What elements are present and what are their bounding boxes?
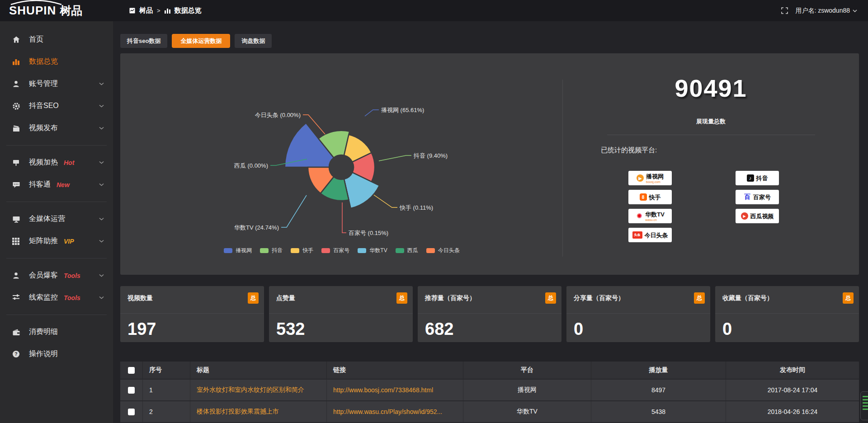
stat-value: 682 bbox=[425, 320, 453, 339]
label-leader-line bbox=[379, 155, 411, 161]
legend-label: 播视网 bbox=[236, 247, 252, 254]
sidebar-item-doketong[interactable]: 抖客通 New bbox=[0, 174, 113, 196]
platforms-title: 已统计的视频平台: bbox=[601, 146, 859, 155]
impressions-total-value: 90491 bbox=[563, 74, 859, 102]
sidebar-item-lead-monitor[interactable]: 线索监控 Tools bbox=[0, 287, 113, 309]
row-no: 1 bbox=[149, 386, 153, 394]
total-badge[interactable]: 总 bbox=[843, 292, 854, 304]
legend-item[interactable]: 百家号 bbox=[321, 247, 349, 254]
chevron-down-icon bbox=[99, 240, 104, 243]
stat-card-likes: 点赞量 总 532 bbox=[269, 286, 413, 342]
platform-badge-douyin[interactable]: ♪ 抖音 bbox=[736, 171, 779, 185]
row-no: 2 bbox=[149, 408, 153, 415]
row-url-link[interactable]: http://www.boosj.com/7338468.html bbox=[333, 386, 433, 394]
pie-label: 百家号 (0.15%) bbox=[349, 230, 388, 236]
video-publish-icon bbox=[12, 125, 21, 132]
sidebar-item-video-heat[interactable]: 视频加热 Hot bbox=[0, 151, 113, 174]
sidebar: 首页 数据总览 账号管理 抖音SEO 视频发布 视频加热 Hot bbox=[0, 21, 113, 423]
wasu-icon: ✺ bbox=[636, 212, 643, 220]
legend-item[interactable]: 华数TV bbox=[358, 247, 387, 254]
fullscreen-icon[interactable] bbox=[781, 7, 788, 14]
chevron-down-icon bbox=[99, 161, 104, 164]
row-title-link[interactable]: 楼体投影灯投影效果震撼上市 bbox=[197, 408, 279, 416]
tools-tag: Tools bbox=[64, 272, 80, 279]
gear-icon bbox=[12, 102, 21, 110]
platform-badge-baijiahao[interactable]: 百 百家号 bbox=[736, 190, 779, 204]
sidebar-item-account[interactable]: 账号管理 bbox=[0, 73, 113, 95]
sidebar-item-douyin-seo[interactable]: 抖音SEO bbox=[0, 95, 113, 117]
tab-douyin-seo-data[interactable]: 抖音seo数据 bbox=[120, 34, 167, 48]
dashboard-page: SHUPIN 树品 树品 > 数据总览 用户名: zswodun88 首页 数 bbox=[0, 0, 868, 423]
platform-badge-toutiao[interactable]: 头条 今日头条 bbox=[628, 228, 672, 242]
sidebar-item-video-publish[interactable]: 视频发布 bbox=[0, 117, 113, 139]
sidebar-item-omnimedia[interactable]: 全媒体运营 bbox=[0, 208, 113, 230]
total-badge[interactable]: 总 bbox=[396, 292, 407, 304]
legend-swatch bbox=[321, 248, 330, 253]
row-checkbox[interactable] bbox=[128, 387, 135, 394]
legend-item[interactable]: 播视网 bbox=[224, 247, 252, 254]
sidebar-item-member-burst[interactable]: 会员爆客 Tools bbox=[0, 264, 113, 287]
stat-value: 0 bbox=[574, 320, 583, 339]
panel-rule bbox=[607, 135, 815, 135]
sidebar-item-home[interactable]: 首页 bbox=[0, 28, 113, 51]
legend-label: 华数TV bbox=[369, 247, 387, 254]
svg-text:?: ? bbox=[14, 352, 17, 357]
row-views: 5438 bbox=[651, 408, 665, 415]
legend-item[interactable]: 抖音 bbox=[260, 247, 283, 254]
label-leader-line bbox=[365, 110, 379, 116]
sidebar-item-matrix-boost[interactable]: 矩阵助推 VIP bbox=[0, 230, 113, 252]
legend-swatch bbox=[291, 248, 299, 253]
tab-omnimedia-data[interactable]: 全媒体运营数据 bbox=[172, 34, 230, 48]
legend-item[interactable]: 西瓜 bbox=[396, 247, 418, 254]
table-row: 1 室外水纹灯和室内水纹灯的区别和简介 http://www.boosj.com… bbox=[120, 379, 859, 400]
video-table: 序号 标题 链接 平台 播放量 发布时间 1 室外水纹灯和室内水纹灯的区别和简介… bbox=[120, 362, 859, 423]
baijiahao-icon: 百 bbox=[744, 193, 751, 201]
tab-inquiry-data[interactable]: 询盘数据 bbox=[235, 34, 272, 48]
select-all-checkbox[interactable] bbox=[128, 367, 135, 374]
col-header-no: 序号 bbox=[143, 362, 190, 379]
sidebar-item-spending-details[interactable]: 消费明细 bbox=[0, 321, 113, 343]
total-badge[interactable]: 总 bbox=[545, 292, 556, 304]
chevron-down-icon bbox=[99, 127, 104, 130]
xigua-icon: ▶ bbox=[741, 212, 748, 220]
chevron-down-icon bbox=[99, 82, 104, 85]
logo-cn-text: 树品 bbox=[60, 3, 82, 18]
stat-card-recommendations: 推荐量（百家号） 总 682 bbox=[418, 286, 561, 342]
platform-badge-kuaishou[interactable]: 8 快手 bbox=[628, 190, 672, 204]
row-title-link[interactable]: 室外水纹灯和室内水纹灯的区别和简介 bbox=[197, 386, 304, 394]
sidebar-item-data-overview[interactable]: 数据总览 bbox=[0, 51, 113, 73]
total-badge[interactable]: 总 bbox=[694, 292, 705, 304]
toutiao-icon: 头条 bbox=[632, 231, 642, 239]
doc-chart-icon bbox=[129, 8, 135, 14]
platform-badge-column-left: ▶ 播视网boosj.com 8 快手 ✺ 华数TVwasu.cn 头条 今日头… bbox=[628, 171, 672, 242]
breadcrumb-root[interactable]: 树品 bbox=[139, 6, 153, 15]
username-label: 用户名: zswodun88 bbox=[795, 7, 850, 15]
row-url-link[interactable]: http://www.wasu.cn/Play/show/id/952... bbox=[333, 408, 442, 415]
monitor-icon bbox=[12, 216, 21, 223]
platform-share-card: 播视网 (65.61%)抖音 (9.40%)快手 (0.11%)百家号 (0.1… bbox=[120, 53, 859, 275]
label-leader-line bbox=[342, 202, 346, 233]
sidebar-divider bbox=[6, 202, 107, 202]
platform-badge-wasu[interactable]: ✺ 华数TVwasu.cn bbox=[628, 209, 672, 223]
pie-slice[interactable] bbox=[344, 173, 379, 208]
platform-badge-boosj[interactable]: ▶ 播视网boosj.com bbox=[628, 171, 672, 185]
legend-item[interactable]: 今日头条 bbox=[426, 247, 460, 254]
question-icon: ? bbox=[12, 350, 21, 358]
rose-pie-chart[interactable]: 播视网 (65.61%)抖音 (9.40%)快手 (0.11%)百家号 (0.1… bbox=[120, 53, 563, 266]
stat-card-favorites: 收藏量（百家号） 总 0 bbox=[715, 286, 859, 342]
pie-label: 抖音 (9.40%) bbox=[413, 152, 448, 159]
sidebar-item-instructions[interactable]: ? 操作说明 bbox=[0, 343, 113, 365]
stat-card-video-count: 视频数量 总 197 bbox=[120, 286, 264, 342]
row-checkbox[interactable] bbox=[128, 409, 135, 415]
platform-badge-xigua[interactable]: ▶ 西瓜视频 bbox=[736, 209, 779, 223]
table-row: 2 楼体投影灯投影效果震撼上市 http://www.wasu.cn/Play/… bbox=[120, 400, 859, 422]
total-badge[interactable]: 总 bbox=[248, 292, 259, 304]
user-menu[interactable]: 用户名: zswodun88 bbox=[795, 7, 857, 15]
chevron-down-icon bbox=[99, 104, 104, 108]
stat-card-shares: 分享量（百家号） 总 0 bbox=[566, 286, 710, 342]
legend-swatch bbox=[426, 248, 435, 253]
floating-helper-widget[interactable] bbox=[860, 391, 868, 420]
legend-item[interactable]: 快手 bbox=[291, 247, 313, 254]
vip-tag: VIP bbox=[64, 238, 74, 245]
user-icon bbox=[12, 80, 21, 88]
